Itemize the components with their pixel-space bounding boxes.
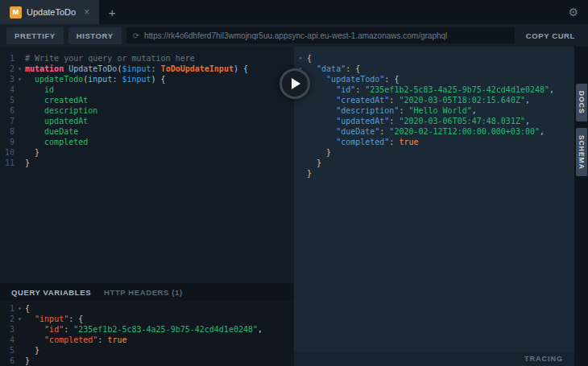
code-text: } (25, 147, 39, 158)
tab-bar-spacer (125, 0, 558, 24)
code-text: mutation UpdateToDo($input: ToDoUpdateIn… (25, 64, 248, 74)
code-line: 3 "id": "235ef1b2-5c83-4a25-9b75-42cd4d1… (0, 324, 294, 335)
variables-panel: QUERY VARIABLES HTTP HEADERS (1) 1▾{2▾ "… (0, 283, 294, 366)
fold-gutter (294, 116, 307, 126)
code-line: "completed": true (294, 137, 574, 147)
code-line: } (294, 168, 574, 179)
settings-gear-icon[interactable]: ⚙ (558, 0, 588, 24)
fold-gutter (14, 356, 25, 366)
line-number: 2 (0, 64, 14, 74)
line-number: 9 (0, 137, 14, 147)
play-icon (292, 78, 300, 89)
code-text: id (25, 84, 54, 95)
history-button[interactable]: HISTORY (68, 27, 122, 44)
code-line: 7 updatedAt (0, 116, 294, 126)
toolbar: PRETTIFY HISTORY ⟳ https://rk4o6dhferd7h… (0, 24, 588, 47)
code-line: 2▾mutation UpdateToDo($input: ToDoUpdate… (0, 64, 294, 74)
code-text: } (307, 158, 321, 168)
fold-arrow-icon[interactable]: ▾ (14, 314, 25, 324)
fold-arrow-icon[interactable]: ▾ (14, 74, 25, 84)
fold-gutter (14, 324, 25, 335)
code-text: updateTodo(input: $input) { (25, 74, 166, 84)
tab-query-variables[interactable]: QUERY VARIABLES (11, 288, 91, 297)
query-variables-editor[interactable]: 1▾{2▾ "input": {3 "id": "235ef1b2-5c83-4… (0, 301, 294, 366)
code-text: "completed": true (307, 137, 419, 147)
code-text: } (307, 168, 312, 179)
line-number: 4 (0, 335, 14, 345)
left-pane: 1# Write your query or mutation here2▾mu… (0, 47, 294, 366)
code-text: "input": { (25, 314, 83, 324)
code-line: "updatedAt": "2020-03-06T05:47:48.031Z", (294, 116, 574, 126)
code-line: 10 } (0, 147, 294, 158)
endpoint-url-input[interactable]: ⟳ https://rk4o6dhferd7hil3wmojnqr5uu.app… (126, 27, 515, 43)
code-text: } (307, 147, 331, 158)
code-line: 5 createdAt (0, 95, 294, 105)
code-line: ▾ "updateTodo": { (294, 74, 574, 84)
variables-panel-header: QUERY VARIABLES HTTP HEADERS (1) (0, 283, 294, 301)
code-text: "updatedAt": "2020-03-06T05:47:48.031Z", (307, 116, 530, 126)
fold-gutter (14, 116, 25, 126)
code-line: 8 dueDate (0, 126, 294, 137)
tab-http-headers[interactable]: HTTP HEADERS (1) (104, 288, 183, 297)
fold-gutter (14, 137, 25, 147)
fold-gutter (294, 158, 307, 168)
code-text: "updateTodo": { (307, 74, 399, 84)
code-line: 5 } (0, 345, 294, 356)
query-editor[interactable]: 1# Write your query or mutation here2▾mu… (0, 47, 294, 283)
code-line: 2▾ "input": { (0, 314, 294, 324)
main-area: 1# Write your query or mutation here2▾mu… (0, 47, 588, 366)
tab-title: UpdateToDo (27, 7, 76, 17)
fold-gutter (14, 105, 25, 116)
fold-gutter (294, 168, 307, 179)
tab-updatetodo[interactable]: M UpdateToDo × (0, 0, 99, 24)
fold-arrow-icon[interactable]: ▾ (14, 303, 25, 314)
code-line: } (294, 158, 574, 168)
code-line: 6} (0, 356, 294, 366)
line-number: 5 (0, 95, 14, 105)
tab-schema[interactable]: SCHEMA (576, 128, 587, 177)
code-text: "dueDate": "2020-02-12T12:00:00.000+03:0… (307, 126, 545, 137)
fold-gutter (14, 335, 25, 345)
new-tab-button[interactable]: + (99, 0, 125, 24)
code-line: 1# Write your query or mutation here (0, 53, 294, 64)
code-line: 4 id (0, 84, 294, 95)
code-text: } (25, 345, 39, 356)
code-line: ▾{ (294, 53, 574, 64)
code-text: { (25, 303, 30, 314)
fold-gutter (14, 95, 25, 105)
line-number: 7 (0, 116, 14, 126)
fold-gutter (294, 147, 307, 158)
code-text: "description": "Hello World", (307, 105, 477, 116)
fold-arrow-icon[interactable]: ▾ (294, 53, 307, 64)
line-number: 11 (0, 158, 14, 168)
code-text: { (307, 53, 312, 64)
copy-curl-button[interactable]: COPY CURL (520, 31, 582, 40)
line-number: 1 (0, 303, 14, 314)
execute-query-button[interactable] (280, 68, 310, 99)
fold-gutter (14, 345, 25, 356)
code-line: "createdAt": "2020-03-05T18:02:15.640Z", (294, 95, 574, 105)
tracing-bar[interactable]: TRACING (294, 352, 574, 366)
code-line: 1▾{ (0, 303, 294, 314)
line-number: 3 (0, 324, 14, 335)
fold-gutter (14, 84, 25, 95)
code-text: } (25, 158, 30, 168)
line-number: 5 (0, 345, 14, 356)
code-line: } (294, 147, 574, 158)
tab-docs[interactable]: DOCS (576, 84, 587, 121)
line-number: 2 (0, 314, 14, 324)
fold-arrow-icon[interactable]: ▾ (14, 64, 25, 74)
prettify-button[interactable]: PRETTIFY (6, 27, 64, 44)
line-number: 6 (0, 105, 14, 116)
code-text: completed (25, 137, 88, 147)
response-pane: ▾{▾ "data": {▾ "updateTodo": { "id": "23… (294, 47, 574, 366)
fold-gutter (294, 105, 307, 116)
code-text: createdAt (25, 95, 88, 105)
line-number: 1 (0, 53, 14, 64)
code-line: 6 description (0, 105, 294, 116)
reload-icon: ⟳ (133, 31, 139, 40)
code-line: 11} (0, 158, 294, 168)
code-text: "data": { (307, 64, 360, 74)
code-line: "description": "Hello World", (294, 105, 574, 116)
close-tab-icon[interactable]: × (84, 6, 89, 18)
